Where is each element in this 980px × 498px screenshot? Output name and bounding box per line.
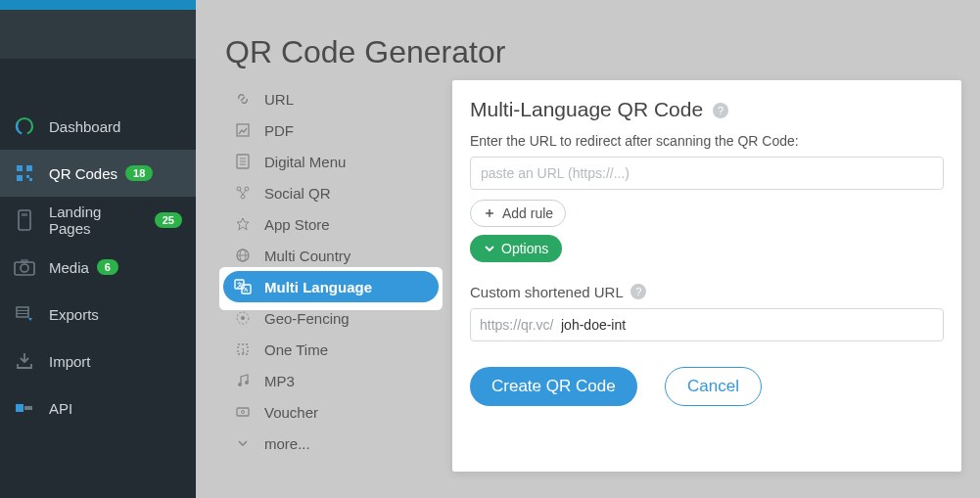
type-one-time[interactable]: 1One Time xyxy=(223,334,439,365)
import-icon xyxy=(14,350,35,372)
create-qr-button[interactable]: Create QR Code xyxy=(470,367,637,406)
svg-rect-8 xyxy=(22,213,27,216)
qr-type-list: URL PDF Digital Menu Social QR App Store… xyxy=(223,83,439,459)
pdf-icon xyxy=(233,120,253,140)
svg-rect-2 xyxy=(17,165,23,171)
panel-title: Multi-Language QR Code ? xyxy=(470,98,944,121)
type-pdf[interactable]: PDF xyxy=(223,114,439,146)
svg-rect-3 xyxy=(26,165,32,171)
chevron-down-icon xyxy=(233,433,253,453)
count-badge: 18 xyxy=(125,165,153,181)
short-url-label-text: Custom shortened URL xyxy=(470,284,623,300)
dashboard-icon xyxy=(14,115,35,137)
geo-icon xyxy=(233,308,253,328)
help-icon[interactable]: ? xyxy=(630,284,646,299)
sidebar-item-landing-pages[interactable]: Landing Pages 25 xyxy=(0,197,196,244)
svg-point-33 xyxy=(241,316,245,320)
sidebar-label: Exports xyxy=(49,306,99,323)
type-label: App Store xyxy=(264,216,330,233)
sidebar-item-media[interactable]: Media 6 xyxy=(0,244,196,291)
svg-rect-17 xyxy=(237,124,249,136)
type-geo-fencing[interactable]: Geo-Fencing xyxy=(223,302,439,334)
options-button[interactable]: Options xyxy=(470,235,562,262)
type-app-store[interactable]: App Store xyxy=(223,208,439,240)
type-label: MP3 xyxy=(264,373,295,389)
svg-rect-16 xyxy=(24,406,32,410)
type-more[interactable]: more... xyxy=(223,428,439,459)
panel-subtitle: Enter the URL to redirect after scanning… xyxy=(470,133,944,149)
svg-rect-38 xyxy=(237,408,249,416)
short-url-input[interactable] xyxy=(470,308,944,341)
svg-rect-13 xyxy=(17,310,28,311)
config-panel: Multi-Language QR Code ? Enter the URL t… xyxy=(452,80,961,472)
type-social-qr[interactable]: Social QR xyxy=(223,177,439,208)
svg-rect-6 xyxy=(29,178,32,181)
sidebar-item-qr-codes[interactable]: QR Codes 18 xyxy=(0,150,196,197)
globe-icon xyxy=(233,246,253,265)
language-icon: 文A xyxy=(233,277,253,296)
sidebar-nav: Dashboard QR Codes 18 Landing Pages 25 M… xyxy=(0,103,196,431)
type-voucher[interactable]: Voucher xyxy=(223,396,439,428)
url-input[interactable] xyxy=(470,157,944,190)
svg-rect-4 xyxy=(17,175,23,181)
add-rule-button[interactable]: ＋ Add rule xyxy=(470,200,566,227)
type-url[interactable]: URL xyxy=(223,83,439,114)
svg-point-36 xyxy=(238,383,242,386)
social-icon xyxy=(233,183,253,203)
type-label: Voucher xyxy=(264,404,318,421)
svg-rect-15 xyxy=(16,404,23,412)
short-url-label: Custom shortened URL ? xyxy=(470,284,944,300)
svg-rect-11 xyxy=(21,259,28,263)
svg-text:A: A xyxy=(244,287,249,293)
sidebar-label: Dashboard xyxy=(49,118,120,135)
type-multi-language[interactable]: 文AMulti Language xyxy=(223,271,439,302)
panel-title-text: Multi-Language QR Code xyxy=(470,98,703,120)
help-icon[interactable]: ? xyxy=(713,103,728,118)
svg-point-24 xyxy=(241,195,245,199)
svg-point-39 xyxy=(242,411,245,414)
qr-icon xyxy=(14,162,35,184)
menu-icon xyxy=(233,152,253,171)
svg-rect-14 xyxy=(17,313,28,314)
type-label: Multi Language xyxy=(264,279,372,295)
sidebar-item-import[interactable]: Import xyxy=(0,338,196,385)
api-icon xyxy=(14,397,35,419)
type-label: Multi Country xyxy=(264,248,350,264)
type-label: more... xyxy=(264,435,310,452)
svg-rect-12 xyxy=(17,307,28,317)
sidebar-label: Import xyxy=(49,353,91,370)
sidebar-label: API xyxy=(49,400,72,417)
svg-text:1: 1 xyxy=(241,346,246,355)
svg-text:文: 文 xyxy=(236,281,243,288)
type-digital-menu[interactable]: Digital Menu xyxy=(223,146,439,177)
camera-icon xyxy=(14,256,35,278)
sidebar-item-api[interactable]: API xyxy=(0,385,196,431)
type-label: URL xyxy=(264,91,294,108)
sidebar-item-exports[interactable]: Exports xyxy=(0,291,196,338)
type-label: PDF xyxy=(264,122,294,139)
options-label: Options xyxy=(501,241,548,256)
count-badge: 6 xyxy=(97,259,118,275)
type-label: One Time xyxy=(264,341,328,358)
plus-icon: ＋ xyxy=(483,204,496,222)
music-icon xyxy=(233,371,253,390)
landing-page-icon xyxy=(14,209,35,231)
sidebar-label: Media xyxy=(49,259,89,276)
top-brand-strip xyxy=(0,0,196,10)
type-mp3[interactable]: MP3 xyxy=(223,365,439,396)
add-rule-label: Add rule xyxy=(502,205,553,221)
cancel-button[interactable]: Cancel xyxy=(665,367,762,406)
sidebar-label: Landing Pages xyxy=(49,204,147,237)
appstore-icon xyxy=(233,214,253,234)
type-multi-country[interactable]: Multi Country xyxy=(223,240,439,271)
svg-rect-5 xyxy=(26,175,29,178)
type-label: Geo-Fencing xyxy=(264,310,350,327)
chevron-down-icon xyxy=(484,243,495,254)
main-area: QR Code Generator URL PDF Digital Menu S… xyxy=(196,0,980,498)
sidebar-item-dashboard[interactable]: Dashboard xyxy=(0,103,196,150)
count-badge: 25 xyxy=(155,212,182,228)
top-secondary-strip xyxy=(0,10,196,59)
voucher-icon xyxy=(233,402,253,422)
type-label: Social QR xyxy=(264,185,331,202)
svg-point-10 xyxy=(21,264,28,272)
